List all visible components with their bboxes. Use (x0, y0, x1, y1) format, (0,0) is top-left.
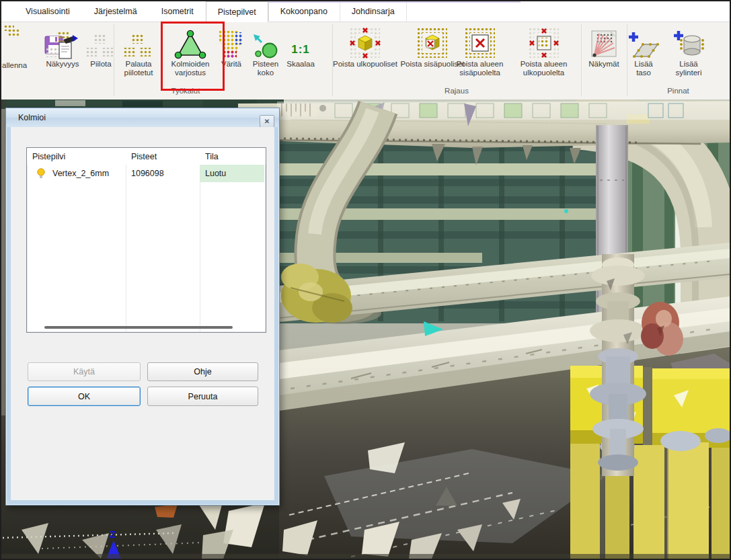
ok-button[interactable]: OK (28, 387, 141, 406)
apply-button[interactable]: Käytä (28, 362, 141, 381)
ribbon-button-label: Pisteen koko (246, 60, 285, 77)
ribbon-button-label: Skaalaa (286, 60, 315, 69)
remove-area-inside-icon (465, 28, 496, 60)
kolmioi-dialog: Kolmioi ✕ Pistepilvi Pisteet Tila Vertex… (5, 108, 280, 506)
remove-inside-points-icon (417, 28, 448, 60)
column-header-tila[interactable]: Tila (200, 148, 264, 165)
column-header-pisteet[interactable]: Pisteet (126, 148, 200, 165)
horizontal-scrollbar[interactable] (44, 326, 233, 329)
close-icon[interactable]: ✕ (260, 115, 274, 128)
one-to-one-icon: 1:1 (291, 43, 310, 60)
tab-pistepilvet[interactable]: Pistepilvet (206, 1, 268, 22)
dialog-body: Pistepilvi Pisteet Tila Vertex_2_6mm 109… (11, 127, 274, 500)
remove-outside-points-icon (350, 28, 381, 60)
color-points-icon (219, 30, 244, 60)
ribbon-button-label: Piilota (90, 60, 111, 69)
cancel-button[interactable]: Peruuta (147, 387, 258, 406)
window-top-accent (262, 0, 521, 3)
tab-johdinsarja[interactable]: Johdinsarja (340, 1, 407, 22)
ribbon-button-label: Poista alueen sisäpuolelta (447, 60, 513, 77)
ribbon-button-nakyvyys[interactable]: Näkyvyys (38, 24, 87, 69)
ribbon-button-palauta-piilotetut[interactable]: Palauta piilotetut (116, 24, 161, 77)
dialog-title: Kolmioi (6, 108, 279, 127)
help-button[interactable]: Ohje (147, 362, 258, 381)
svg-text:Z: Z (110, 528, 116, 540)
ribbon-button-label: Lisää taso (627, 60, 660, 77)
visibility-icon (46, 32, 79, 60)
point-count: 1096098 (126, 165, 200, 182)
view-toolbar-overlay (277, 102, 730, 120)
ribbon-button-poista-alueen-sisapuolelta[interactable]: Poista alueen sisäpuolelta (447, 24, 513, 77)
point-size-icon (252, 33, 279, 60)
point-cloud-name: Vertex_2_6mm (52, 169, 109, 178)
group-label-tyokalut: Työkalut (39, 87, 332, 97)
column-header-pistepilvi[interactable]: Pistepilvi (27, 148, 126, 165)
remove-area-outside-icon (529, 28, 560, 60)
table-row[interactable]: Vertex_2_6mm 1096098 Luotu (27, 165, 266, 182)
tab-jarjestelma[interactable]: Järjestelmä (82, 1, 149, 22)
bulb-icon (36, 167, 46, 179)
ribbon-button-label: Poista ulkopuoliset (333, 60, 397, 69)
ribbon-button-poista-ulkopuoliset[interactable]: Poista ulkopuoliset (333, 24, 397, 69)
ribbon-button-nakymat[interactable]: Näkymät (580, 24, 628, 69)
ribbon-button-piilota[interactable]: Piilota (83, 24, 118, 69)
ribbon-button-label: Näkyvyys (46, 60, 79, 69)
ribbon-button-pisteen-koko[interactable]: Pisteen koko (246, 24, 285, 77)
group-label-pinnat: Pinnat (627, 87, 730, 97)
tab-isometrit[interactable]: Isometrit (149, 1, 206, 22)
list-header: Pistepilvi Pisteet Tila (27, 148, 266, 165)
point-cloud-list[interactable]: Pistepilvi Pisteet Tila Vertex_2_6mm 109… (26, 147, 266, 333)
ribbon-button-label: Kolmioiden varjostus (162, 60, 219, 77)
restore-hidden-points-icon (124, 34, 153, 60)
add-cylinder-icon (672, 30, 705, 60)
tab-kokoonpano[interactable]: Kokoonpano (268, 1, 340, 22)
ribbon-button-varita[interactable]: Väritä (215, 24, 247, 69)
yellow-columns (570, 428, 730, 559)
ribbon-button-label: Poista alueen ulkopuolelta (510, 60, 577, 77)
add-plane-icon (627, 32, 660, 60)
ribbon-tab-bar: Visualisointi Järjestelmä Isometrit Pist… (1, 1, 730, 22)
status-badge: Luotu (200, 165, 264, 182)
ribbon-button-kolmioiden-varjostus[interactable]: Kolmioiden varjostus (162, 24, 219, 77)
tab-visualisointi[interactable]: Visualisointi (13, 1, 82, 22)
ribbon-button-label: Palauta piilotetut (116, 60, 161, 77)
save-button-label: allenna (2, 61, 27, 69)
ribbon-button-label: Lisää sylinteri (670, 60, 707, 77)
triangle-shading-icon (172, 29, 208, 60)
hide-points-icon (86, 34, 116, 60)
ribbon-button-lisaa-sylinteri[interactable]: Lisää sylinteri (670, 24, 707, 77)
ribbon-button-lisaa-taso[interactable]: Lisää taso (627, 24, 660, 77)
ribbon-button-label: Näkymät (588, 60, 619, 69)
ribbon: allenna Näkyvyys Piilota Palauta piilote… (1, 22, 730, 99)
views-icon (590, 30, 618, 60)
ribbon-button-poista-alueen-ulkopuolelta[interactable]: Poista alueen ulkopuolelta (510, 24, 577, 77)
group-label-rajaus: Rajaus (332, 87, 581, 97)
ribbon-button-label: Väritä (221, 60, 241, 69)
points-dots-icon (4, 25, 20, 38)
ribbon-button-skaalaa[interactable]: 1:1 Skaalaa (282, 24, 319, 69)
